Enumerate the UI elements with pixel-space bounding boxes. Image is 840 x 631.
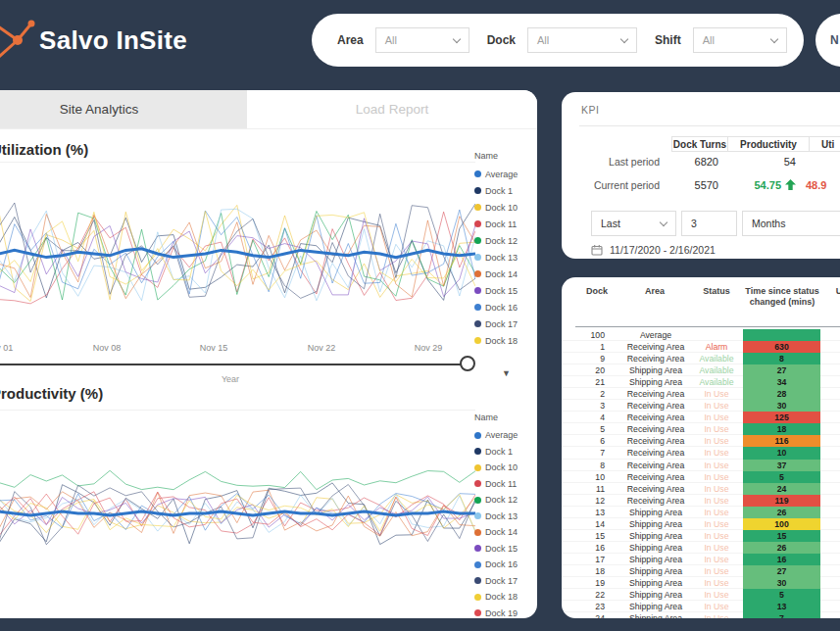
cell-area: Receiving Area — [620, 353, 691, 364]
cell-time-since: 27 — [743, 565, 820, 577]
header-right-pill-button[interactable]: N — [815, 14, 840, 67]
table-header-area[interactable]: Area — [620, 286, 689, 297]
kpi-card-title: KPI — [581, 104, 599, 116]
date-range-slider-handle[interactable] — [460, 356, 475, 371]
legend-item[interactable]: Dock 17 — [474, 316, 537, 332]
legend-item[interactable]: Dock 16 — [474, 299, 537, 316]
legend-dot-icon — [474, 545, 481, 552]
table-row[interactable]: 6Receiving AreaIn Use116 — [562, 435, 840, 447]
table-row[interactable]: 4Receiving AreaIn Use125 — [562, 412, 840, 423]
productivity-line-chart[interactable] — [0, 415, 475, 611]
legend-series-name: Dock 12 — [485, 236, 518, 246]
cell-area: Receiving Area — [620, 388, 691, 400]
legend-item[interactable]: Dock 10 — [474, 199, 537, 216]
table-header-dock[interactable]: Dock — [579, 286, 615, 297]
legend-title: Name — [474, 151, 537, 161]
kpi-column-dock-turns: Dock Turns — [671, 136, 728, 152]
legend-item[interactable]: Dock 13 — [474, 249, 537, 266]
cell-time-since: 26 — [743, 542, 820, 554]
legend-item[interactable]: Dock 17 — [474, 573, 537, 590]
table-row[interactable]: 19Shipping AreaIn Use30 — [562, 577, 840, 589]
tab-site-analytics[interactable]: Site Analytics — [0, 90, 247, 128]
cell-status: In Use — [691, 542, 742, 554]
legend-series-name: Dock 11 — [485, 219, 517, 229]
table-row[interactable]: 23Shipping AreaIn Use13 — [562, 601, 840, 612]
table-row[interactable]: 24Shipping AreaIn Use7 — [562, 612, 840, 618]
dock-filter-label: Dock — [487, 33, 516, 47]
table-row[interactable]: 18Shipping AreaIn Use27 — [562, 565, 840, 577]
table-row[interactable]: 2Receiving AreaIn Use28 — [562, 388, 840, 400]
table-header-utilization[interactable]: U — [822, 286, 840, 297]
cell-area: Receiving Area — [620, 471, 691, 483]
kpi-range-dropdown[interactable]: Last — [591, 211, 676, 236]
cell-utilization — [822, 495, 840, 507]
legend-dot-icon — [474, 170, 481, 177]
table-row[interactable]: 8Receiving AreaIn Use37 — [562, 460, 840, 471]
table-row[interactable]: 14Shipping AreaIn Use100 — [562, 518, 840, 530]
table-row[interactable]: 20Shipping AreaAvailable27 — [562, 364, 840, 376]
legend-item[interactable]: Dock 18 — [474, 589, 537, 606]
table-row[interactable]: 5Receiving AreaIn Use18 — [562, 423, 840, 435]
table-row[interactable]: 11Receiving AreaIn Use24 — [562, 483, 840, 495]
legend-item[interactable]: Dock 12 — [474, 232, 537, 249]
table-header-time-since[interactable]: Time since status changed (mins) — [744, 286, 820, 308]
cell-status: Alarm — [691, 341, 742, 353]
cell-dock: 8 — [575, 460, 605, 471]
cell-status — [691, 329, 742, 341]
shift-filter-value: All — [703, 34, 715, 46]
dock-filter-dropdown[interactable]: All — [527, 27, 637, 53]
dashboard-root: Salvo InSite Area All Dock All Shift All… — [0, 0, 840, 631]
legend-item[interactable]: Dock 15 — [474, 282, 537, 299]
cell-status: In Use — [691, 435, 742, 447]
cell-utilization — [822, 447, 840, 459]
table-header-status[interactable]: Status — [691, 286, 742, 297]
table-row[interactable]: 13Shipping AreaIn Use26 — [562, 507, 840, 518]
legend-item[interactable]: Dock 1 — [474, 182, 537, 199]
kpi-amount-input[interactable]: 3 — [681, 211, 737, 236]
legend-item[interactable]: Dock 11 — [474, 216, 537, 232]
utilization-line-chart[interactable] — [0, 167, 475, 341]
table-row[interactable]: 17Shipping AreaIn Use16 — [562, 554, 840, 565]
table-row[interactable]: 1Receiving AreaAlarm630 — [562, 341, 840, 353]
cell-time-since: 15 — [743, 530, 820, 542]
table-row[interactable]: 12Receiving AreaIn Use119 — [562, 495, 840, 507]
legend-series-name: Dock 18 — [485, 592, 518, 602]
shift-filter-dropdown[interactable]: All — [693, 27, 787, 53]
cell-utilization — [822, 530, 840, 542]
legend-item[interactable]: Dock 11 — [474, 476, 537, 493]
area-filter-dropdown[interactable]: All — [375, 27, 469, 53]
kpi-unit-dropdown[interactable]: Months — [742, 211, 840, 236]
cell-area: Shipping Area — [620, 507, 691, 518]
legend-item[interactable]: Dock 1 — [474, 444, 537, 461]
table-row[interactable]: 7Receiving AreaIn Use10 — [562, 447, 840, 459]
legend-item[interactable]: Dock 14 — [474, 524, 537, 541]
legend-item[interactable]: Average — [474, 166, 537, 182]
table-row[interactable]: 16Shipping AreaIn Use26 — [562, 542, 840, 554]
table-row[interactable]: 15Shipping AreaIn Use15 — [562, 530, 840, 542]
cell-time-since: 125 — [743, 412, 820, 423]
cell-status: In Use — [691, 495, 742, 507]
legend-item[interactable]: Dock 18 — [474, 332, 537, 349]
table-row[interactable]: 10Receiving AreaIn Use5 — [562, 471, 840, 483]
legend-item[interactable]: Dock 13 — [474, 509, 537, 525]
table-row[interactable]: 100Average — [562, 329, 840, 341]
legend-item[interactable]: Dock 14 — [474, 266, 537, 282]
table-row[interactable]: 22Shipping AreaIn Use5 — [562, 589, 840, 601]
legend-item[interactable]: Dock 15 — [474, 541, 537, 558]
logo-network-icon — [0, 14, 35, 71]
legend-item[interactable]: Dock 16 — [474, 557, 537, 573]
table-row[interactable]: 21Shipping AreaAvailable34 — [562, 376, 840, 388]
legend-dot-icon — [474, 464, 481, 471]
tab-load-report[interactable]: Load Report — [247, 90, 537, 128]
legend-series-name: Dock 10 — [485, 462, 518, 472]
table-row[interactable]: 9Receiving AreaAvailable8 — [562, 353, 840, 364]
legend-item[interactable]: Dock 10 — [474, 460, 537, 476]
legend-item[interactable]: Dock 19 — [474, 606, 537, 619]
legend-item[interactable]: Average — [474, 427, 537, 444]
cell-dock: 3 — [575, 400, 605, 412]
legend-dot-icon — [474, 480, 481, 487]
legend-item[interactable]: Dock 12 — [474, 492, 537, 509]
cell-time-since: 26 — [743, 507, 820, 518]
slider-dropdown-caret[interactable]: ▼ — [502, 368, 511, 378]
table-row[interactable]: 3Receiving AreaIn Use30 — [562, 400, 840, 412]
